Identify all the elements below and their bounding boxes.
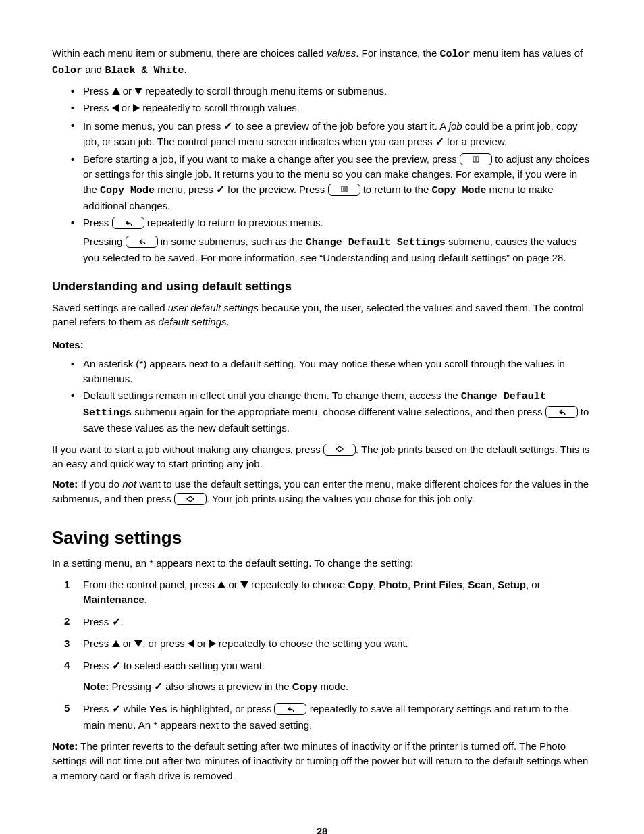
text: If you want to start a job without makin… — [52, 444, 323, 455]
text: repeatedly to return to previous menus. — [144, 217, 323, 228]
text: , — [408, 579, 413, 590]
text-bold: Maintenance — [83, 594, 144, 605]
text: to select each setting you want. — [121, 660, 265, 671]
text: for the preview. Press — [225, 184, 328, 195]
step-item: Press or , or press or repeatedly to cho… — [52, 636, 592, 651]
text: In some menus, you can press — [83, 120, 223, 132]
text: , — [462, 579, 468, 590]
text: The printer reverts to the default setti… — [52, 740, 588, 781]
text-mono: Color — [52, 65, 82, 76]
text: . — [121, 616, 124, 627]
back-button-icon — [126, 236, 158, 248]
steps-list: From the control panel, press or repeate… — [52, 577, 592, 732]
text-bold: Setup — [498, 579, 526, 590]
back-button-icon — [112, 217, 144, 229]
text: . Your job prints using the values you c… — [207, 493, 475, 504]
arrow-down-icon — [134, 640, 142, 647]
back-button-icon — [274, 703, 306, 715]
text-italic: values — [327, 47, 356, 59]
text: mode. — [317, 681, 348, 692]
text: . — [184, 63, 186, 75]
text: repeatedly to scroll through values. — [140, 102, 300, 113]
arrow-up-icon — [112, 640, 120, 647]
list-item: Press or repeatedly to scroll through va… — [71, 101, 592, 115]
list-item: Press repeatedly to return to previous m… — [71, 215, 592, 265]
arrow-up-icon — [112, 88, 120, 95]
text: is highlighted, or press — [167, 703, 274, 714]
text: From the control panel, press — [83, 579, 217, 590]
bullet-list: Press or repeatedly to scroll through me… — [52, 84, 592, 265]
text-mono: Copy Mode — [431, 185, 486, 197]
arrow-up-icon — [217, 581, 225, 588]
text: . For instance, the — [356, 47, 439, 59]
text: , or — [526, 579, 541, 590]
text: while — [121, 703, 150, 714]
text: and — [82, 63, 105, 75]
list-item: Press or repeatedly to scroll through me… — [71, 84, 592, 99]
text: Before starting a job, if you want to ma… — [83, 153, 460, 165]
text: for a preview. — [444, 136, 507, 147]
arrow-left-icon — [188, 640, 194, 648]
text: also shows a preview in the — [163, 681, 292, 692]
text-mono: Black & White — [105, 65, 184, 76]
text: or — [194, 637, 209, 649]
text-bold: Copy — [348, 579, 374, 590]
text: Press — [83, 703, 112, 714]
check-icon: ✓ — [223, 120, 232, 132]
text: repeatedly to choose — [248, 579, 348, 590]
check-icon: ✓ — [112, 616, 121, 627]
text: . — [227, 316, 230, 328]
step-item: Press ✓. — [52, 614, 592, 629]
menu-button-icon — [328, 184, 360, 196]
list-item: Before starting a job, if you want to ma… — [71, 152, 592, 213]
text: to see a preview of the job before you s… — [232, 120, 448, 132]
arrow-down-icon — [240, 581, 248, 588]
text: Press — [83, 102, 112, 113]
check-icon: ✓ — [435, 136, 444, 147]
paragraph: Note: If you do not want to use the defa… — [52, 477, 592, 506]
text-italic: default settings — [159, 316, 227, 328]
arrow-right-icon — [133, 104, 140, 112]
menu-button-icon — [460, 153, 492, 165]
text: or — [119, 102, 134, 113]
text-mono: Color — [439, 49, 470, 60]
paragraph: If you want to start a job without makin… — [52, 442, 592, 472]
text: Press — [83, 637, 112, 649]
text-mono: Copy Mode — [100, 185, 155, 197]
check-icon: ✓ — [154, 681, 163, 692]
step-note: Note: Pressing ✓ also shows a preview in… — [83, 679, 592, 694]
step-item: Press ✓ while Yes is highlighted, or pre… — [52, 701, 592, 733]
text: repeatedly to choose the setting you wan… — [216, 637, 408, 649]
paragraph: In a setting menu, an * appears next to … — [52, 556, 592, 571]
sub-paragraph: Pressing in some submenus, such as the C… — [83, 234, 592, 265]
text: in some submenus, such as the — [158, 236, 306, 247]
list-item: Default settings remain in effect until … — [71, 388, 592, 435]
text: Press — [83, 660, 112, 671]
text: Pressing — [83, 236, 126, 247]
text-bold: Print Files — [413, 579, 462, 590]
text: Default settings remain in effect until … — [83, 390, 461, 401]
text-bold: Photo — [379, 579, 408, 590]
text: repeatedly to scroll through menu items … — [142, 85, 387, 97]
list-item: In some menus, you can press ✓ to see a … — [71, 118, 592, 149]
note-label: Note: — [52, 740, 78, 752]
text: menu, press — [155, 184, 216, 195]
step-item: Press ✓ to select each setting you want.… — [52, 658, 592, 694]
arrow-down-icon — [134, 88, 142, 95]
note-label: Note: — [52, 478, 78, 490]
text: Press — [83, 217, 112, 228]
check-icon: ✓ — [112, 703, 121, 714]
text: An asterisk (*) appears next to a defaul… — [83, 358, 565, 384]
text: submenu again for the appropriate menu, … — [132, 406, 545, 417]
page-number: 28 — [52, 824, 592, 834]
text: . — [144, 594, 147, 605]
heading-defaults: Understanding and using default settings — [52, 278, 592, 295]
text: , or press — [142, 637, 188, 649]
check-icon: ✓ — [112, 660, 121, 671]
text: or — [120, 85, 135, 97]
text-italic: user default settings — [168, 302, 259, 313]
text: menu item has values of — [470, 47, 583, 59]
heading-saving: Saving settings — [52, 525, 592, 551]
text-italic: not — [122, 478, 136, 490]
text-mono: Yes — [149, 704, 167, 716]
